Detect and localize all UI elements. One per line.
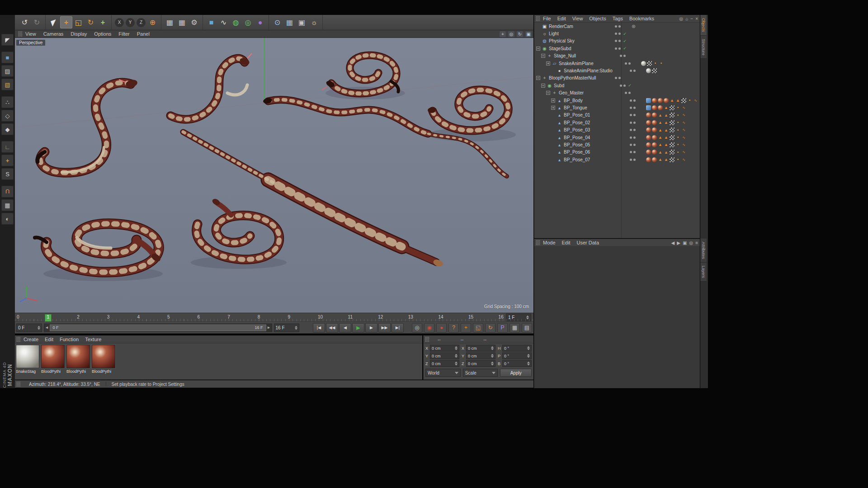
om-menu-edit[interactable]: Edit	[557, 16, 566, 21]
mat-tag-icon[interactable]	[652, 142, 657, 147]
key-parameter-icon[interactable]: P	[497, 323, 508, 333]
checker-tag-icon[interactable]	[670, 157, 675, 162]
rotate-view-icon[interactable]: ↻	[517, 31, 523, 37]
visibility-dots[interactable]	[623, 92, 632, 94]
visibility-dots[interactable]	[613, 40, 622, 42]
lock-x-icon[interactable]: X	[115, 18, 124, 27]
matg-tag-icon[interactable]	[641, 61, 646, 66]
tri-tag-icon[interactable]: ▲	[658, 150, 663, 155]
cube-primitive-icon[interactable]: ■	[205, 16, 217, 28]
viewport-menu-display[interactable]: Display	[71, 31, 87, 37]
enable-axis-icon[interactable]: ∟	[1, 141, 14, 153]
coord-value-input[interactable]: 0 cm	[466, 352, 495, 359]
panel-grip[interactable]	[16, 381, 21, 387]
frame-stepper[interactable]	[526, 314, 529, 321]
panel-grip[interactable]	[536, 16, 540, 21]
coord-value-input[interactable]: 0 cm	[430, 352, 459, 359]
dot-tag-icon[interactable]: •	[659, 61, 664, 66]
collapse-icon[interactable]: −	[536, 47, 540, 51]
material-menu-create[interactable]: Create	[24, 337, 38, 342]
lock-z-icon[interactable]: Z	[137, 18, 146, 27]
om-menu-objects[interactable]: Objects	[589, 16, 606, 21]
coord-value-input[interactable]: 0 °	[502, 360, 532, 367]
value-stepper[interactable]	[527, 352, 530, 359]
object-row-BP_Pose_01[interactable]: ▴BP_Pose_01▲▲•∿	[534, 112, 700, 119]
material-item[interactable]: SnakeStag	[16, 345, 40, 374]
material-menu-edit[interactable]: Edit	[45, 337, 53, 342]
mat-tag-icon[interactable]	[664, 98, 669, 103]
mat-tag-icon[interactable]	[652, 157, 657, 162]
object-row-SnakeAnimPlane[interactable]: +▱SnakeAnimPlane••	[534, 60, 700, 67]
range-right-arrow[interactable]: ▶	[266, 326, 272, 329]
tri-tag-icon[interactable]: ▲	[658, 120, 663, 125]
object-row-BP_Pose_02[interactable]: ▴BP_Pose_02▲▲•∿	[534, 119, 700, 126]
material-preview-sphere[interactable]	[66, 345, 90, 368]
value-stepper[interactable]	[455, 345, 458, 352]
visibility-dots[interactable]	[628, 144, 637, 146]
checker-tag-icon[interactable]	[670, 127, 675, 132]
enabled-toggle[interactable]: ✓	[627, 83, 632, 88]
viewport-menu-options[interactable]: Options	[94, 31, 111, 37]
visibility-dots[interactable]	[623, 62, 632, 65]
goto-end-button[interactable]: ▶|	[392, 323, 404, 333]
tri-tag-icon[interactable]: ▲	[658, 157, 663, 162]
dot-tag-icon[interactable]: •	[675, 157, 680, 162]
array-modifier-icon[interactable]: ◎	[242, 16, 254, 28]
keyframe-ghost-icon[interactable]: ◎	[412, 323, 422, 333]
mat-tag-icon[interactable]	[646, 127, 651, 132]
magnet-icon[interactable]: U	[1, 186, 14, 197]
tri-tag-icon[interactable]: ▲	[664, 120, 669, 125]
mat-tag-icon[interactable]	[646, 157, 651, 162]
coord-value-input[interactable]: 0 cm	[430, 360, 459, 367]
play-button[interactable]: ▶	[352, 323, 364, 333]
tri-tag-icon[interactable]: ▲	[664, 127, 669, 132]
coord-value-input[interactable]: 0 °	[502, 345, 532, 352]
viewport-menu-view[interactable]: View	[25, 31, 36, 37]
tri-tag-icon[interactable]: ▲	[658, 135, 663, 140]
object-row-StageSubd[interactable]: −◉StageSubd✓	[534, 45, 700, 52]
visibility-dots[interactable]	[628, 129, 637, 131]
object-row-BP_Tongue[interactable]: +▴BP_Tongue▲•∿	[534, 104, 700, 111]
mat-tag-icon[interactable]	[652, 127, 657, 132]
panel-menu-icon[interactable]: ≡	[695, 240, 698, 245]
object-row-BP_Body[interactable]: +▴BP_Body▲▲•∿	[534, 97, 700, 104]
view-label[interactable]: Perspective	[16, 40, 45, 46]
workplane-lock-icon[interactable]: ▦	[1, 199, 14, 211]
object-row-Stage_Null[interactable]: −+Stage_Null	[534, 52, 700, 60]
uv-tag-icon[interactable]	[646, 98, 651, 103]
mat-tag-icon[interactable]	[658, 105, 663, 110]
wave-tag-icon[interactable]: ∿	[681, 135, 686, 140]
lock-y-icon[interactable]: Y	[126, 18, 135, 27]
om-menu-bookmarks[interactable]: Bookmarks	[629, 16, 654, 21]
visibility-dots[interactable]	[628, 159, 637, 161]
value-stepper[interactable]	[527, 345, 530, 352]
dot-tag-icon[interactable]: •	[653, 61, 658, 66]
expand-icon[interactable]: +	[546, 61, 550, 66]
dot-tag-icon[interactable]: •	[675, 150, 680, 155]
visibility-dots[interactable]	[613, 33, 622, 35]
object-row-BP_Pose_07[interactable]: ▴BP_Pose_07▲▲•∿	[534, 156, 700, 163]
dot-tag-icon[interactable]: •	[675, 120, 680, 125]
coord-value-input[interactable]: 0 °	[502, 352, 532, 359]
make-editable-icon[interactable]: ◤	[1, 34, 14, 46]
enabled-toggle[interactable]: ✓	[622, 46, 627, 51]
expand-icon[interactable]: +	[551, 106, 555, 110]
object-row-RenderCam[interactable]: ▣RenderCam◎	[534, 23, 700, 30]
visibility-dots[interactable]	[628, 114, 637, 116]
home-icon[interactable]: ⌂	[685, 16, 688, 21]
enabled-toggle[interactable]: ✓	[622, 39, 627, 43]
key-rotation-icon[interactable]: ↻	[485, 323, 495, 333]
checker-tag-icon[interactable]	[670, 105, 675, 110]
checker-tag-icon[interactable]	[647, 61, 652, 66]
scale-tool-icon[interactable]: ◱	[72, 16, 85, 28]
timeline-start-field[interactable]: 0 F	[16, 324, 42, 332]
autokey-icon[interactable]: ●	[436, 323, 447, 333]
end-frame-stepper[interactable]	[295, 324, 297, 331]
material-item[interactable]: BloodPythi	[66, 345, 90, 374]
value-stepper[interactable]	[455, 352, 458, 359]
goto-start-button[interactable]: |◀	[313, 323, 325, 333]
search-icon[interactable]: ◎	[679, 16, 684, 21]
am-menu-edit[interactable]: Edit	[562, 240, 571, 245]
visibility-dots[interactable]	[613, 25, 622, 28]
visibility-dots[interactable]	[618, 84, 627, 87]
